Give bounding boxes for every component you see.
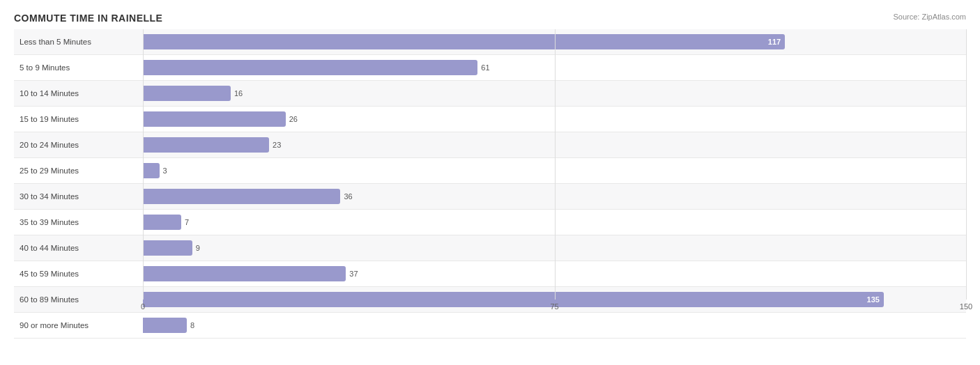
chart-container: COMMUTE TIME IN RAINELLE Source: ZipAtla… (0, 0, 980, 365)
bar-value: 117 (768, 38, 781, 46)
bar-fill (143, 163, 160, 178)
bar-value: 9 (196, 244, 200, 252)
bar-label: 15 to 19 Minutes (14, 115, 143, 123)
bar-fill (143, 189, 340, 204)
table-row: 20 to 24 Minutes23 (14, 132, 966, 158)
bar-label: 10 to 14 Minutes (14, 89, 143, 98)
bar-value: 37 (349, 270, 358, 278)
table-row: Less than 5 Minutes117 (14, 29, 966, 55)
bar-label: 5 to 9 Minutes (14, 63, 143, 72)
x-tick: 75 (550, 302, 558, 311)
grid-line (143, 29, 144, 300)
grid-line (555, 29, 556, 300)
grid-line (966, 29, 967, 300)
bar-label: Less than 5 Minutes (14, 38, 143, 46)
bar-value: 23 (273, 141, 281, 149)
bar-value: 7 (185, 218, 189, 226)
table-row: 30 to 34 Minutes36 (14, 184, 966, 210)
table-row: 25 to 29 Minutes3 (14, 158, 966, 184)
table-row: 35 to 39 Minutes7 (14, 210, 966, 235)
bar-value: 61 (481, 63, 489, 72)
bar-value: 26 (289, 115, 298, 123)
bar-label: 20 to 24 Minutes (14, 141, 143, 149)
bar-label: 25 to 29 Minutes (14, 166, 143, 175)
table-row: 5 to 9 Minutes61 (14, 55, 966, 81)
x-axis: 075150 (143, 300, 966, 319)
bar-fill (143, 86, 231, 101)
bar-label: 90 or more Minutes (14, 321, 143, 329)
bar-label: 40 to 44 Minutes (14, 244, 143, 252)
bar-value: 36 (344, 192, 352, 201)
bar-fill (143, 240, 192, 256)
bars-section: Less than 5 Minutes1175 to 9 Minutes6110… (14, 29, 966, 300)
bar-label: 60 to 89 Minutes (14, 295, 143, 304)
table-row: 45 to 59 Minutes37 (14, 261, 966, 287)
bar-fill (143, 111, 286, 127)
bar-fill (143, 266, 346, 281)
bar-fill (143, 137, 269, 153)
bar-label: 30 to 34 Minutes (14, 192, 143, 201)
bar-fill (143, 215, 181, 230)
x-tick: 150 (960, 302, 972, 311)
bar-value: 16 (234, 89, 243, 98)
chart-title: COMMUTE TIME IN RAINELLE (14, 13, 966, 24)
bar-label: 35 to 39 Minutes (14, 218, 143, 226)
source-text: Source: ZipAtlas.com (893, 13, 966, 21)
bar-value: 8 (190, 321, 194, 329)
table-row: 10 to 14 Minutes16 (14, 81, 966, 107)
chart-area: Less than 5 Minutes1175 to 9 Minutes6110… (14, 29, 966, 319)
table-row: 40 to 44 Minutes9 (14, 235, 966, 261)
x-tick: 0 (141, 302, 145, 311)
bar-label: 45 to 59 Minutes (14, 270, 143, 278)
bar-fill (143, 318, 187, 333)
table-row: 15 to 19 Minutes26 (14, 107, 966, 132)
bar-fill (143, 60, 477, 75)
bar-value: 3 (163, 166, 167, 175)
bar-fill: 117 (143, 34, 785, 49)
